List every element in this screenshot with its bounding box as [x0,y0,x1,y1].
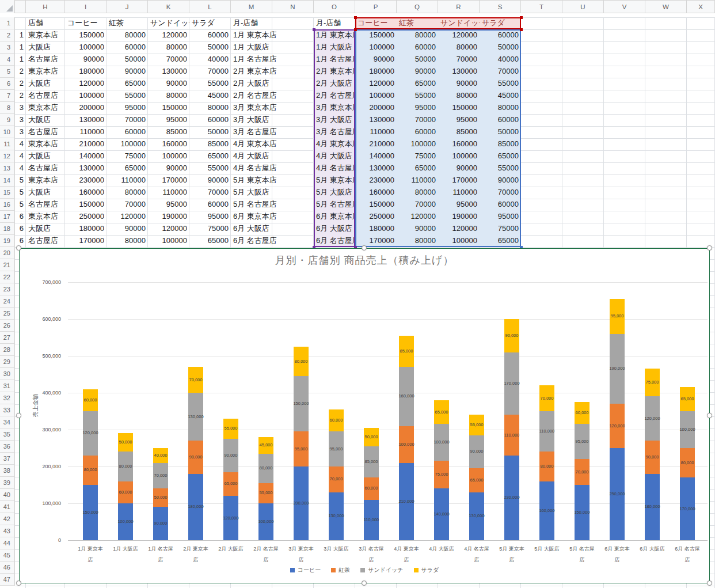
cell-H14[interactable]: 東京本店 [26,174,65,187]
row-header-23[interactable]: 23 [0,283,15,295]
bar-5月 東京本店-紅茶[interactable] [504,415,519,455]
cell-G15[interactable]: 5 [15,187,26,199]
cell-J19[interactable]: 80000 [107,235,148,247]
bar-2月 大阪店-コーヒー[interactable] [223,496,238,540]
cell-K16[interactable]: 95000 [148,199,189,211]
cell-G7[interactable]: 2 [15,90,26,102]
cell-K18[interactable]: 120000 [148,223,189,235]
row-header-34[interactable]: 34 [0,416,15,428]
row-header-22[interactable]: 22 [0,271,15,283]
cell-O7[interactable]: 2月 名古屋店 [314,90,355,102]
cell-P18[interactable]: 180000 [355,223,397,235]
cell-P17[interactable]: 250000 [355,211,397,223]
cell-Q16[interactable]: 70000 [397,199,438,211]
cell-L1[interactable]: サラダ [189,17,231,29]
header-range-handle-1[interactable] [520,16,523,19]
cell-H1[interactable]: 店舗 [26,17,65,29]
row-header-2[interactable]: 2 [0,29,15,41]
cell-K12[interactable]: 100000 [148,150,189,162]
cell-L14[interactable]: 90000 [189,174,231,187]
cell-H13[interactable]: 名古屋店 [26,162,65,174]
cell-H10[interactable]: 名古屋店 [26,126,65,138]
cell-P3[interactable]: 100000 [355,41,397,54]
cell-R16[interactable]: 95000 [438,199,480,211]
cell-Q7[interactable]: 55000 [397,90,438,102]
cell-K19[interactable]: 100000 [148,235,189,247]
cell-R18[interactable]: 120000 [438,223,480,235]
row-header-41[interactable]: 41 [0,501,15,513]
cell-M19[interactable]: 6月 名古屋店 [231,235,314,247]
bar-3月 大阪店-サンドイッチ[interactable] [329,431,344,466]
cell-H7[interactable]: 名古屋店 [26,90,65,102]
row-header-6[interactable]: 6 [0,78,15,90]
column-header-K[interactable]: K [148,1,189,13]
cell-K1[interactable]: サンドイッチ [148,17,189,29]
cell-P7[interactable]: 100000 [355,90,397,102]
cell-K11[interactable]: 160000 [148,138,189,150]
row-header-5[interactable]: 5 [0,66,15,78]
cell-P13[interactable]: 130000 [355,162,397,174]
cell-O18[interactable]: 6月 大阪店 [314,223,355,235]
cell-L10[interactable]: 50000 [189,126,231,138]
sales-chart[interactable]: 月別・店舗別 商品売上（積み上げ） 売上金額 0100,000200,00030… [19,248,710,583]
cell-P15[interactable]: 160000 [355,187,397,199]
row-header-9[interactable]: 9 [0,114,15,126]
cell-G10[interactable]: 3 [15,126,26,138]
cell-Q15[interactable]: 80000 [397,187,438,199]
bar-5月 名古屋店-サンドイッチ[interactable] [575,424,590,459]
bar-3月 大阪店-サラダ[interactable] [329,409,344,431]
cell-J1[interactable]: 紅茶 [107,17,148,29]
cell-I5[interactable]: 180000 [65,66,107,78]
cell-I2[interactable]: 150000 [65,29,107,41]
cell-M12[interactable]: 4月 大阪店 [231,150,314,162]
cell-I6[interactable]: 120000 [65,78,107,90]
bar-1月 名古屋店-サラダ[interactable] [153,448,168,463]
cell-R10[interactable]: 85000 [438,126,480,138]
cell-P5[interactable]: 180000 [355,66,397,78]
cell-K9[interactable]: 95000 [148,114,189,126]
bar-4月 名古屋店-サンドイッチ[interactable] [469,435,484,469]
cell-J17[interactable]: 120000 [107,211,148,223]
cell-M10[interactable]: 3月 名古屋店 [231,126,314,138]
cell-M17[interactable]: 6月 東京本店 [231,211,314,223]
row-header-45[interactable]: 45 [0,549,15,562]
bar-5月 東京本店-サラダ[interactable] [504,319,519,352]
cell-G4[interactable]: 1 [15,54,26,66]
bar-2月 大阪店-紅茶[interactable] [223,472,238,496]
column-header-O[interactable]: O [314,1,355,13]
bar-5月 名古屋店-コーヒー[interactable] [575,485,590,540]
cell-I10[interactable]: 110000 [65,126,107,138]
bar-4月 大阪店-サラダ[interactable] [434,400,449,424]
chart-handle-6[interactable] [362,581,367,586]
column-header-P[interactable]: P [355,1,397,13]
cell-J15[interactable]: 80000 [107,187,148,199]
bar-2月 東京本店-コーヒー[interactable] [188,474,203,540]
cell-P6[interactable]: 120000 [355,78,397,90]
cell-S9[interactable]: 60000 [480,114,521,126]
cell-G9[interactable]: 3 [15,114,26,126]
row-header-15[interactable]: 15 [0,187,15,199]
column-header-U[interactable]: U [562,1,604,13]
cell-R13[interactable]: 90000 [438,162,480,174]
cell-M14[interactable]: 5月 東京本店 [231,174,314,187]
cell-I4[interactable]: 90000 [65,54,107,66]
cell-I17[interactable]: 250000 [65,211,107,223]
row-header-44[interactable]: 44 [0,537,15,549]
row-header-40[interactable]: 40 [0,489,15,501]
row-header-42[interactable]: 42 [0,513,15,525]
chart-handle-3[interactable] [16,413,21,418]
cell-R14[interactable]: 170000 [438,174,480,187]
bar-5月 大阪店-コーヒー[interactable] [539,481,554,540]
bar-1月 東京本店-サラダ[interactable] [83,389,98,411]
cell-P14[interactable]: 230000 [355,174,397,187]
cell-Q13[interactable]: 65000 [397,162,438,174]
cell-G5[interactable]: 2 [15,66,26,78]
row-header-18[interactable]: 18 [0,223,15,235]
column-header-I[interactable]: I [65,1,107,13]
chart-title[interactable]: 月別・店舗別 商品売上（積み上げ） [20,253,709,267]
bar-3月 名古屋店-コーヒー[interactable] [364,500,379,540]
cell-L16[interactable]: 60000 [189,199,231,211]
legend-item-紅茶[interactable]: 紅茶 [331,566,350,574]
chart-handle-7[interactable] [707,581,712,586]
cell-L11[interactable]: 85000 [189,138,231,150]
